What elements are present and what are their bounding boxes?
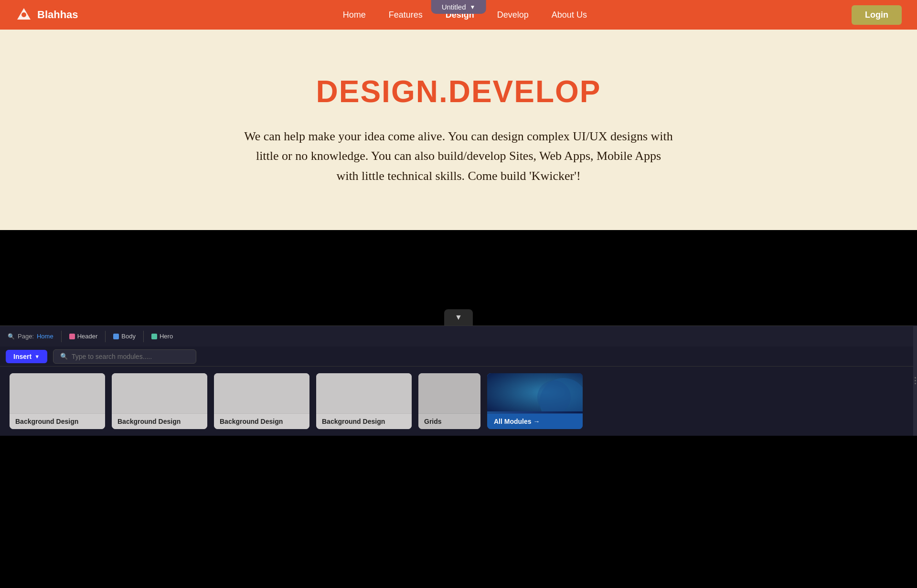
module-card-4-label: Background Design [316, 413, 412, 429]
module-card-3[interactable]: Background Design [214, 373, 309, 429]
module-card-3-preview [214, 373, 309, 413]
svg-point-1 [21, 12, 26, 17]
breadcrumb-body[interactable]: Body [113, 333, 136, 340]
module-card-4[interactable]: Background Design [316, 373, 412, 429]
dropdown-caret-icon: ▼ [469, 4, 475, 10]
breadcrumb-header[interactable]: Header [69, 333, 98, 340]
login-button[interactable]: Login [852, 5, 902, 25]
resizer-dots [915, 377, 916, 384]
search-icon: 🔍 [60, 353, 68, 360]
module-card-2-preview [112, 373, 207, 413]
module-card-all-label: All Modules → [487, 413, 583, 429]
brand: Blahhas [15, 6, 78, 23]
nav-item-features[interactable]: Features [389, 10, 423, 20]
page-link[interactable]: Home [37, 333, 53, 340]
nav-item-develop[interactable]: Develop [497, 10, 529, 20]
module-card-4-preview [316, 373, 412, 413]
nav-dropdown-tab[interactable]: Untitled ▼ [431, 0, 486, 14]
search-modules-input[interactable] [72, 353, 189, 360]
search-icon: 🔍 [8, 333, 15, 340]
panel-resizer[interactable] [913, 367, 917, 436]
module-card-grids-preview [418, 373, 480, 413]
breadcrumb-header-label: Header [77, 333, 98, 340]
brand-logo-icon [15, 6, 32, 23]
module-card-all[interactable]: All Modules → [487, 373, 583, 429]
breadcrumb-toolbar: 🔍 Page: Home Header Body Hero [0, 326, 917, 346]
insert-button[interactable]: Insert ▼ [6, 350, 47, 363]
toolbar-separator-3 [143, 331, 144, 342]
module-card-1-label: Background Design [10, 413, 105, 429]
breadcrumb-hero-label: Hero [160, 333, 173, 340]
insert-button-label: Insert [13, 353, 32, 360]
resizer-dot-1 [915, 377, 916, 378]
header-icon [69, 334, 75, 339]
module-card-1[interactable]: Background Design [10, 373, 105, 429]
module-card-grids-label: Grids [418, 413, 480, 429]
module-card-3-label: Background Design [214, 413, 309, 429]
body-icon [113, 334, 119, 339]
breadcrumb-hero[interactable]: Hero [151, 333, 173, 340]
breadcrumb-body-label: Body [121, 333, 136, 340]
search-modules-container[interactable]: 🔍 [53, 349, 196, 364]
module-card-1-preview [10, 373, 105, 413]
resizer-dot-2 [915, 380, 916, 381]
black-section: ▼ [0, 230, 917, 326]
resizer-dot-3 [915, 383, 916, 384]
insert-caret-icon: ▼ [34, 354, 40, 359]
bottom-panels: 🔍 Page: Home Header Body Hero Insert ▼ 🔍 [0, 326, 917, 436]
insert-bar: Insert ▼ 🔍 [0, 346, 917, 367]
module-card-grids[interactable]: Grids [418, 373, 480, 429]
nav-item-about[interactable]: About Us [552, 10, 587, 20]
page-label: Page: [18, 333, 34, 340]
nav-item-home[interactable]: Home [343, 10, 366, 20]
hero-section: DESIGN.DEVELOP We can help make your ide… [0, 30, 917, 230]
toolbar-separator-2 [105, 331, 106, 342]
module-card-all-preview [487, 373, 583, 413]
hero-body: We can help make your idea come alive. Y… [244, 126, 673, 186]
hero-icon [151, 334, 157, 339]
brand-name: Blahhas [37, 9, 78, 21]
module-card-2-label: Background Design [112, 413, 207, 429]
navbar: Blahhas Untitled ▼ Home Features Design … [0, 0, 917, 30]
all-modules-preview-svg [487, 373, 583, 411]
modules-panel: Background Design Background Design Back… [0, 367, 917, 436]
page-indicator: 🔍 Page: Home [8, 333, 53, 340]
panel-toggle-handle[interactable]: ▼ [444, 309, 473, 326]
module-card-2[interactable]: Background Design [112, 373, 207, 429]
dropdown-tab-label: Untitled [442, 3, 466, 11]
chevron-down-icon: ▼ [455, 313, 462, 322]
toolbar-separator-1 [61, 331, 62, 342]
hero-title: DESIGN.DEVELOP [316, 74, 601, 109]
